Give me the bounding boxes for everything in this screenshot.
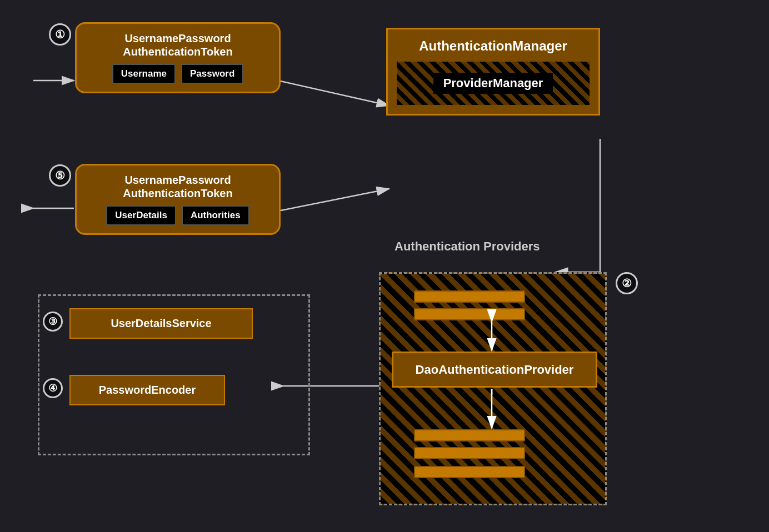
- orange-bar-bottom1: [414, 429, 525, 441]
- orange-bar-top1: [414, 290, 525, 303]
- provider-manager-hatched: ProviderManager: [397, 62, 590, 105]
- orange-bar-top2: [414, 308, 525, 320]
- step-5: ⑤: [49, 164, 71, 187]
- step-3: ③: [43, 312, 63, 332]
- token1-fields: Username Password: [112, 64, 244, 84]
- orange-bar-bottom3: [414, 466, 525, 478]
- dao-provider-box: DaoAuthenticationProvider: [392, 352, 597, 388]
- svg-line-3: [278, 81, 389, 106]
- step-1: ①: [49, 23, 71, 46]
- dao-provider-title: DaoAuthenticationProvider: [416, 363, 574, 377]
- orange-bar-bottom2: [414, 447, 525, 459]
- token2-box: UsernamePasswordAuthenticationToken User…: [75, 164, 281, 235]
- password-encoder-label: PasswordEncoder: [99, 384, 196, 397]
- diagram-container: ① UsernamePasswordAuthenticationToken Us…: [0, 0, 769, 532]
- auth-manager-box: AuthenticationManager ProviderManager: [386, 28, 600, 116]
- token2-userdetails: UserDetails: [106, 205, 176, 225]
- token2-fields: UserDetails Authorities: [106, 205, 249, 225]
- token1-username: Username: [112, 64, 176, 84]
- token2-authorities: Authorities: [182, 205, 249, 225]
- token1-box: UsernamePasswordAuthenticationToken User…: [75, 22, 281, 93]
- svg-line-7: [278, 189, 389, 211]
- provider-manager-label: ProviderManager: [433, 73, 553, 94]
- left-dashed-container: ③ UserDetailsService ④ PasswordEncoder: [38, 294, 310, 455]
- token1-title: UsernamePasswordAuthenticationToken: [123, 32, 232, 58]
- password-encoder-box: PasswordEncoder: [69, 375, 225, 405]
- user-details-service-label: UserDetailsService: [111, 317, 211, 330]
- step-4: ④: [43, 378, 63, 398]
- step-2: ②: [616, 272, 638, 294]
- token2-title: UsernamePasswordAuthenticationToken: [123, 173, 232, 200]
- auth-providers-label: Authentication Providers: [395, 239, 540, 255]
- token1-password: Password: [181, 64, 243, 84]
- auth-manager-title: AuthenticationManager: [397, 38, 590, 54]
- provider-outer-box: DaoAuthenticationProvider: [379, 272, 607, 505]
- user-details-service-box: UserDetailsService: [69, 308, 253, 339]
